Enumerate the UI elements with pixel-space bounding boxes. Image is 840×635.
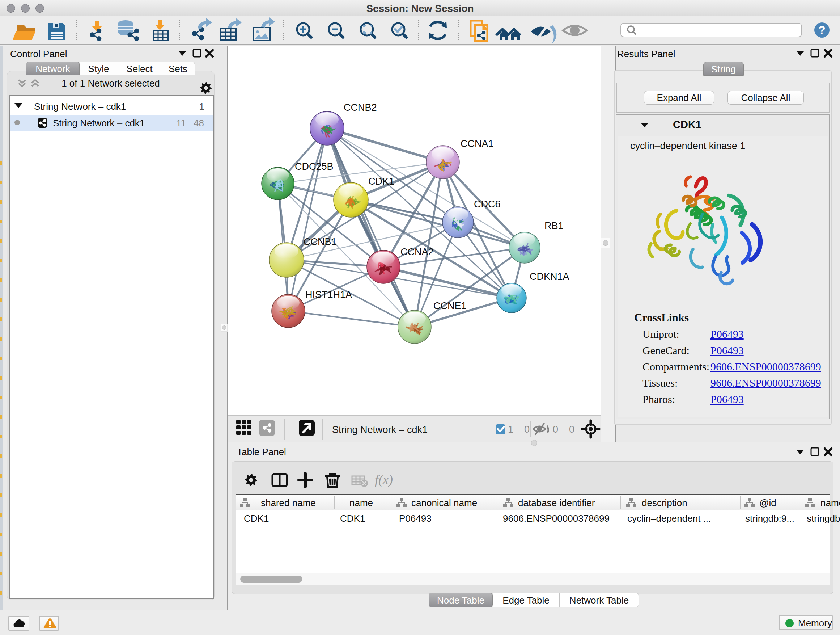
svg-text:CDK1: CDK1 (368, 176, 394, 187)
svg-text:CCNA2: CCNA2 (401, 247, 434, 257)
svg-text:RB1: RB1 (545, 220, 564, 231)
svg-text:CDC25B: CDC25B (295, 161, 333, 172)
svg-text:CDKN1A: CDKN1A (530, 271, 569, 282)
svg-text:f(x): f(x) (375, 472, 393, 487)
svg-text:CCNB1: CCNB1 (303, 236, 337, 247)
svg-text:HIST1H1A: HIST1H1A (305, 289, 352, 300)
svg-text:?: ? (818, 24, 826, 36)
svg-text:CCNB2: CCNB2 (344, 102, 377, 113)
svg-text:0 – 0: 0 – 0 (553, 424, 575, 435)
svg-text:String Network – cdk1: String Network – cdk1 (332, 424, 428, 435)
svg-text:CCNA1: CCNA1 (461, 138, 494, 149)
svg-text:CDC6: CDC6 (474, 199, 501, 210)
svg-text:1 – 0: 1 – 0 (508, 424, 530, 435)
svg-text:CCNE1: CCNE1 (433, 301, 467, 311)
